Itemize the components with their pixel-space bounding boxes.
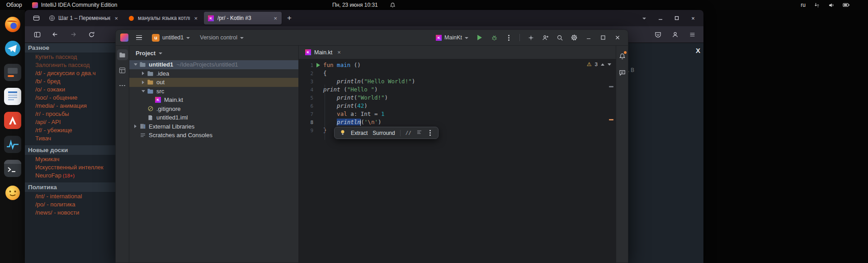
dock-firefox-icon[interactable] [4, 16, 21, 33]
tree-item-untitled1-iml[interactable]: untitled1.iml [129, 113, 298, 122]
line-number[interactable]: 9 [302, 128, 313, 134]
notifications-bell-icon[interactable] [617, 51, 627, 61]
window-minimize-button[interactable] [655, 12, 666, 24]
project-widget[interactable]: u untitled1 [149, 33, 193, 43]
ai-chat-icon[interactable] [617, 67, 627, 77]
chevron-down-icon[interactable] [132, 63, 139, 66]
vcs-widget[interactable]: Version control [197, 33, 246, 42]
window-close-button[interactable]: × [687, 12, 699, 24]
account-icon[interactable] [669, 29, 681, 41]
dock-documents-icon[interactable] [4, 88, 21, 105]
browser-tab-шаг-1-переменные-s[interactable]: Шаг 1 – Переменные – S× [45, 12, 123, 24]
extract-button[interactable]: Extract [351, 130, 368, 136]
dock-aimp-icon[interactable] [4, 112, 21, 129]
window-minimize-button[interactable] [583, 32, 594, 43]
forward-icon[interactable] [67, 29, 79, 40]
line-number[interactable]: 6 [302, 103, 313, 109]
dock-telegram-icon[interactable] [4, 40, 21, 57]
prev-problem-icon[interactable] [601, 63, 604, 66]
popup-more-icon[interactable] [429, 132, 431, 134]
tab-close-icon[interactable]: × [193, 15, 198, 22]
dock-terminal-icon[interactable] [4, 160, 21, 177]
tree-item-gitignore[interactable]: .gitignore [129, 105, 298, 114]
code-editor[interactable]: 1fun main ()2{3 println("Hello World!")4… [299, 59, 616, 263]
line-number[interactable]: 3 [302, 79, 313, 85]
structure-tool-icon[interactable] [117, 65, 128, 76]
code-line-6[interactable]: 6 print(42) [299, 102, 616, 110]
run-configuration-widget[interactable]: K MainKt [433, 33, 471, 42]
main-menu-icon[interactable] [133, 32, 145, 43]
focused-app-indicator[interactable]: IntelliJ IDEA Community Edition [32, 2, 118, 8]
project-tool-icon[interactable] [117, 49, 128, 60]
comment-icon[interactable]: // [406, 130, 411, 136]
dock-smiley-icon[interactable] [4, 184, 21, 201]
more-actions-icon[interactable] [503, 32, 514, 43]
line-number[interactable]: 2 [302, 71, 313, 77]
chevron-down-icon[interactable] [140, 90, 146, 92]
reformat-icon[interactable] [416, 129, 422, 136]
chevron-right-icon[interactable] [132, 124, 139, 128]
code-with-me-icon[interactable] [539, 32, 551, 43]
code-line-4[interactable]: 4print ("Hello ") [299, 86, 616, 94]
window-restore-button[interactable] [671, 12, 683, 24]
editor-tab-bar: K Main.kt × [299, 46, 616, 59]
new-tab-button[interactable]: + [283, 14, 295, 23]
run-button[interactable] [474, 32, 486, 43]
keyboard-layout-indicator[interactable]: ru [801, 2, 806, 8]
code-line-7[interactable]: 7 val a: Int = 1 [299, 110, 616, 118]
tree-item-idea[interactable]: .idea [129, 69, 298, 78]
code-line-8[interactable]: 8 println('\n') [299, 118, 616, 126]
tree-item-main-kt[interactable]: KMain.kt [129, 96, 298, 105]
tree-item-src[interactable]: src [129, 87, 298, 96]
list-all-tabs-icon[interactable] [638, 12, 650, 24]
window-maximize-button[interactable] [597, 32, 609, 43]
inspections-widget[interactable]: ⚠ 3 [587, 61, 611, 67]
menu-icon[interactable] [686, 29, 698, 41]
line-number[interactable]: 1 [302, 62, 313, 68]
clock[interactable]: Пн, 23 июня 10:31 [332, 2, 378, 8]
intention-bulb-icon[interactable] [340, 129, 346, 137]
more-tools-icon[interactable] [117, 80, 128, 91]
line-number[interactable]: 7 [302, 111, 313, 117]
browser-tab-мануалы-языка-котлин[interactable]: мануалы языка котлин× [124, 12, 202, 24]
next-problem-icon[interactable] [608, 63, 611, 66]
settings-gear-icon[interactable] [568, 32, 580, 43]
run-gutter-icon[interactable] [313, 63, 323, 67]
editor-tab-mainkt[interactable]: K Main.kt × [305, 49, 341, 56]
line-number[interactable]: 4 [302, 87, 313, 93]
chevron-right-icon[interactable] [140, 81, 146, 84]
volume-icon[interactable] [828, 2, 835, 8]
code-line-5[interactable]: 5 print("World!") [299, 94, 616, 102]
firefox-view-icon[interactable] [30, 12, 42, 24]
back-icon[interactable] [49, 29, 61, 40]
code-line-1[interactable]: 1fun main () [299, 61, 616, 69]
network-icon[interactable] [814, 2, 820, 8]
search-icon[interactable] [554, 32, 566, 43]
window-close-button[interactable] [612, 32, 623, 43]
debug-button[interactable] [488, 32, 500, 43]
code-line-3[interactable]: 3 println("Hello World!") [299, 77, 616, 86]
tab-close-icon[interactable]: × [273, 15, 278, 22]
tab-close-icon[interactable]: × [337, 49, 341, 56]
tree-item-scratches-and-consoles[interactable]: Scratches and Consoles [129, 131, 298, 140]
dock-files-icon[interactable] [4, 64, 21, 81]
chevron-right-icon[interactable] [140, 72, 146, 75]
sidebar-toggle-icon[interactable] [31, 29, 43, 40]
activities-button[interactable]: Обзор [6, 2, 22, 8]
surround-button[interactable]: Surround [373, 130, 395, 136]
notifications-bell-icon[interactable] [390, 2, 396, 8]
project-panel-header[interactable]: Project [129, 46, 298, 60]
line-number[interactable]: 8 [302, 120, 313, 125]
tree-item-external-libraries[interactable]: External Libraries [129, 122, 298, 131]
tab-close-icon[interactable]: × [113, 15, 119, 22]
reload-icon[interactable] [85, 29, 97, 40]
power-icon[interactable] [843, 2, 850, 8]
line-number[interactable]: 5 [302, 95, 313, 101]
pocket-icon[interactable] [652, 29, 664, 41]
tree-item-untitled1[interactable]: untitled1~/IdeaProjects/untitled1 [129, 60, 298, 69]
browser-tab-pr-kotlin-3[interactable]: K/pr/ - Kotlin #3× [204, 12, 282, 24]
dock-system-monitor-icon[interactable] [4, 136, 21, 153]
code-line-2[interactable]: 2{ [299, 69, 616, 77]
tree-item-out[interactable]: out [129, 78, 298, 87]
ai-assistant-icon[interactable] [525, 32, 537, 43]
